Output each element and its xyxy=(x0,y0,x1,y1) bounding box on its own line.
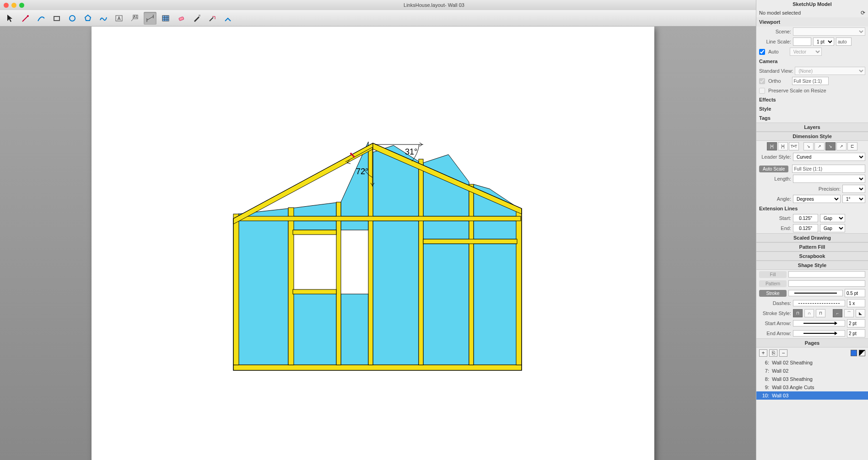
linescale-auto-input[interactable] xyxy=(836,37,852,46)
eraser-tool[interactable] xyxy=(175,12,188,25)
startarrow-preview[interactable] xyxy=(793,320,845,326)
pages-header[interactable]: Pages xyxy=(756,338,868,348)
page-view-grid-icon[interactable] xyxy=(851,350,857,356)
startarrow-size[interactable] xyxy=(847,319,865,327)
dash-mult-input[interactable] xyxy=(847,299,865,307)
endarrow-size[interactable] xyxy=(847,329,865,337)
leaderstyle-select[interactable]: Curved xyxy=(793,153,865,161)
ext-start-label: Start: xyxy=(759,215,791,221)
split-tool[interactable] xyxy=(206,12,219,25)
dim-icon-4[interactable]: ↘ xyxy=(803,142,814,150)
close-window-button[interactable] xyxy=(4,3,9,8)
ortho-label: Ortho xyxy=(768,78,781,84)
svg-point-2 xyxy=(70,16,75,21)
pattern-fill-header[interactable]: Pattern Fill xyxy=(756,242,868,251)
join-tool[interactable] xyxy=(221,12,234,25)
precision-select[interactable] xyxy=(842,185,865,193)
length-select[interactable] xyxy=(793,175,865,183)
scaled-drawing-header[interactable]: Scaled Drawing xyxy=(756,233,868,242)
page-row[interactable]: 7:Wall 02 xyxy=(756,367,868,375)
scene-select[interactable] xyxy=(793,27,865,36)
pattern-swatch[interactable] xyxy=(788,280,865,287)
ext-end-input[interactable] xyxy=(793,224,818,232)
page-row[interactable]: 8:Wall 03 Sheathing xyxy=(756,375,868,383)
remove-page-button[interactable]: − xyxy=(779,349,787,357)
freehand-tool[interactable] xyxy=(97,12,110,25)
angle-unit-select[interactable]: Degrees xyxy=(793,195,841,203)
stroke-preview[interactable] xyxy=(788,290,843,296)
fill-swatch[interactable] xyxy=(788,271,865,278)
circle-tool[interactable] xyxy=(66,12,79,25)
select-tool[interactable] xyxy=(4,12,16,25)
page-row[interactable]: 9:Wall 03 Angle Cuts xyxy=(756,383,868,391)
shape-style-header[interactable]: Shape Style xyxy=(756,261,868,270)
no-model-row: No model selected ⟳ xyxy=(756,8,868,17)
rectangle-tool[interactable] xyxy=(50,12,63,25)
page-row[interactable]: 6:Wall 02 Sheathing xyxy=(756,358,868,367)
extlines-header: Extension Lines xyxy=(756,204,868,213)
svg-text:A: A xyxy=(118,16,121,21)
ext-end-gap[interactable]: Gap xyxy=(820,224,845,232)
duplicate-page-button[interactable]: ⎘ xyxy=(769,349,777,357)
stroke-button[interactable]: Stroke xyxy=(759,290,787,297)
cap-round-icon[interactable]: ∩ xyxy=(804,309,814,317)
stdview-select[interactable]: (None) xyxy=(795,67,865,75)
dim-icon-6[interactable]: ↘ xyxy=(825,142,836,150)
pattern-button[interactable]: Pattern xyxy=(759,280,787,287)
refresh-icon[interactable]: ⟳ xyxy=(861,10,865,16)
dim-icon-2[interactable]: |•| xyxy=(778,142,788,150)
minimize-window-button[interactable] xyxy=(11,3,16,8)
arc-tool[interactable] xyxy=(35,12,48,25)
endarrow-preview[interactable] xyxy=(793,330,845,337)
style-tool[interactable] xyxy=(190,12,203,25)
cap-square-icon[interactable]: ⊓ xyxy=(816,309,825,317)
style-header: Style xyxy=(756,104,868,113)
angle-prec-select[interactable]: 1° xyxy=(842,195,865,203)
add-page-button[interactable]: + xyxy=(759,349,767,357)
layers-header[interactable]: Layers xyxy=(756,123,868,132)
window-title: LinksHouse.layout- Wall 03 xyxy=(404,2,464,8)
scrapbook-header[interactable]: Scrapbook xyxy=(756,251,868,261)
join-miter-icon[interactable]: ⌐ xyxy=(833,309,842,317)
table-tool[interactable] xyxy=(159,12,172,25)
linescale-unit[interactable]: 1 pt xyxy=(813,37,834,46)
page-view-list-icon[interactable] xyxy=(859,350,865,356)
svg-rect-8 xyxy=(162,16,169,21)
dimension-tool[interactable] xyxy=(144,12,156,25)
dimension-style-header[interactable]: Dimension Style xyxy=(756,132,868,141)
line-tool[interactable] xyxy=(19,12,32,25)
label-tool[interactable]: A1 xyxy=(128,12,141,25)
ext-start-input[interactable] xyxy=(793,214,818,222)
autoscale-button[interactable]: Auto Scale xyxy=(759,166,788,172)
page-row[interactable]: 10:Wall 03 xyxy=(756,391,868,400)
fill-button[interactable]: Fill xyxy=(759,271,787,278)
render-select[interactable]: Vector xyxy=(790,48,822,56)
cap-flat-icon[interactable]: ⊓ xyxy=(793,309,803,317)
join-bevel-icon[interactable]: ◣ xyxy=(856,309,865,317)
dashes-label: Dashes: xyxy=(759,300,791,306)
polygon-tool[interactable] xyxy=(81,12,94,25)
auto-checkbox[interactable] xyxy=(759,49,765,55)
scale-input[interactable] xyxy=(792,165,865,173)
dim-icon-1[interactable]: |•| xyxy=(767,142,777,150)
svg-rect-44 xyxy=(293,230,336,235)
linescale-input[interactable] xyxy=(793,37,811,46)
dim-icon-3[interactable]: T•T xyxy=(789,142,799,150)
svg-text:A1: A1 xyxy=(134,15,138,18)
dim-icon-7[interactable]: ↗ xyxy=(836,142,846,150)
svg-rect-22 xyxy=(293,221,336,230)
dim-icon-8[interactable]: ⊏ xyxy=(847,142,857,150)
stroke-width-input[interactable] xyxy=(845,289,865,297)
svg-marker-29 xyxy=(423,221,469,239)
viewport-header: Viewport xyxy=(756,17,868,27)
svg-rect-42 xyxy=(469,184,474,365)
zoom-window-button[interactable] xyxy=(19,3,24,8)
dim-icon-5[interactable]: ↗ xyxy=(814,142,825,150)
canvas-workspace[interactable]: 72° 31° xyxy=(0,27,756,460)
svg-marker-33 xyxy=(474,244,517,365)
join-round-icon[interactable]: ⌒ xyxy=(844,309,854,317)
ext-start-gap[interactable]: Gap xyxy=(820,214,845,222)
dash-preview[interactable] xyxy=(793,300,845,306)
text-tool[interactable]: A xyxy=(113,12,125,25)
main-toolbar: A A1 + xyxy=(0,10,868,27)
